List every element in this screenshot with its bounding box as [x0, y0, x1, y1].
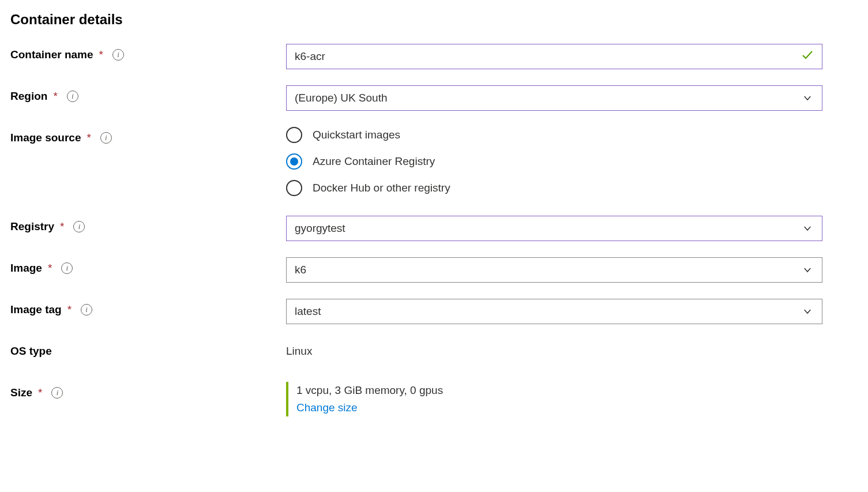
image-tag-label: Image tag * i — [10, 299, 286, 316]
radio-quickstart-images[interactable]: Quickstart images — [286, 127, 822, 143]
required-asterisk: * — [87, 132, 91, 144]
info-icon[interactable]: i — [61, 262, 73, 274]
required-asterisk: * — [99, 48, 103, 61]
info-icon[interactable]: i — [112, 49, 124, 61]
size-label: Size * i — [10, 382, 286, 399]
info-icon[interactable]: i — [67, 91, 78, 102]
radio-icon — [286, 153, 302, 170]
required-asterisk: * — [53, 90, 57, 103]
required-asterisk: * — [60, 220, 64, 233]
region-label: Region * i — [10, 85, 286, 103]
image-source-radio-group: Quickstart images Azure Container Regist… — [286, 127, 822, 196]
os-type-label: OS type — [10, 340, 286, 358]
required-asterisk: * — [67, 303, 72, 316]
checkmark-icon — [801, 48, 814, 65]
image-label: Image * i — [10, 257, 286, 275]
info-icon[interactable]: i — [100, 132, 112, 144]
size-summary: 1 vcpu, 3 GiB memory, 0 gpus — [296, 384, 822, 397]
change-size-link[interactable]: Change size — [296, 401, 358, 414]
required-asterisk: * — [38, 386, 42, 399]
os-type-value: Linux — [286, 340, 822, 358]
info-icon[interactable]: i — [73, 221, 85, 232]
image-source-label: Image source * i — [10, 127, 286, 144]
container-name-label: Container name * i — [10, 44, 286, 61]
chevron-down-icon — [802, 93, 813, 103]
container-name-input[interactable] — [286, 44, 822, 69]
radio-docker-hub[interactable]: Docker Hub or other registry — [286, 180, 822, 196]
radio-icon — [286, 127, 302, 143]
region-select[interactable]: (Europe) UK South — [286, 85, 822, 111]
image-select[interactable]: k6 — [286, 257, 822, 283]
chevron-down-icon — [802, 223, 813, 234]
size-block: 1 vcpu, 3 GiB memory, 0 gpus Change size — [286, 382, 822, 416]
registry-select[interactable]: gyorgytest — [286, 216, 822, 241]
radio-azure-container-registry[interactable]: Azure Container Registry — [286, 153, 822, 170]
registry-label: Registry * i — [10, 216, 286, 233]
image-tag-select[interactable]: latest — [286, 299, 822, 324]
section-title: Container details — [10, 12, 858, 28]
chevron-down-icon — [802, 306, 813, 317]
info-icon[interactable]: i — [51, 387, 63, 399]
radio-icon — [286, 180, 302, 196]
chevron-down-icon — [802, 265, 813, 275]
required-asterisk: * — [48, 262, 52, 275]
info-icon[interactable]: i — [81, 304, 92, 316]
